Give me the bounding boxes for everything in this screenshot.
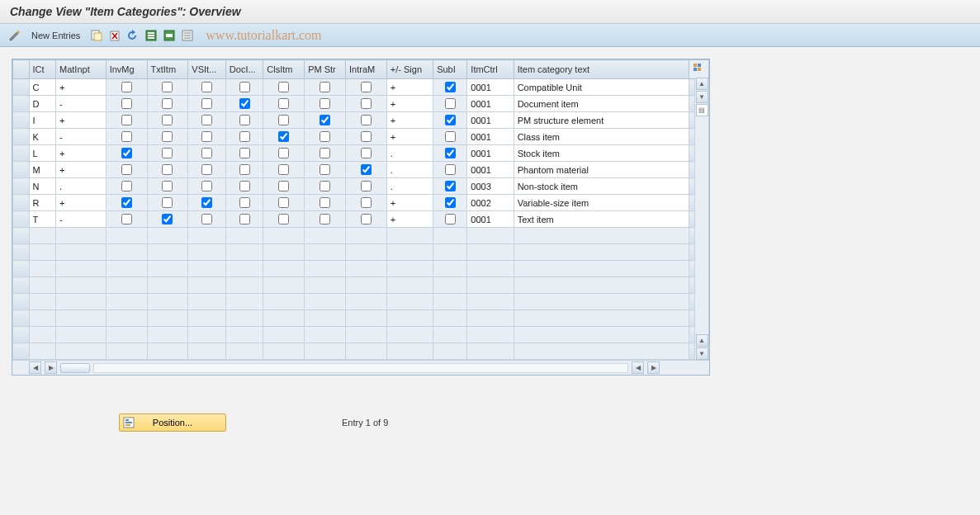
cell-itmctrl[interactable]: 0003 bbox=[467, 178, 514, 195]
checkbox-doci[interactable] bbox=[239, 82, 250, 92]
checkbox-pmstr[interactable] bbox=[320, 148, 330, 158]
col-header-vsit[interactable]: VSIt... bbox=[188, 60, 226, 79]
cell-txtitm[interactable] bbox=[147, 112, 188, 129]
checkbox-doci[interactable] bbox=[239, 197, 250, 208]
cell-intram[interactable] bbox=[345, 79, 386, 96]
checkbox-txtitm[interactable] bbox=[162, 214, 173, 224]
cell-subi[interactable] bbox=[433, 162, 467, 178]
cell-doci[interactable] bbox=[225, 145, 263, 162]
scroll-right-icon[interactable]: ▶ bbox=[45, 361, 57, 374]
checkbox-invmg[interactable] bbox=[121, 115, 132, 125]
cell-sign[interactable]: + bbox=[386, 129, 433, 145]
cell-itmctrl[interactable]: 0001 bbox=[467, 79, 514, 96]
cell-matinpt[interactable]: + bbox=[56, 195, 107, 211]
cell-sign[interactable]: . bbox=[386, 178, 433, 195]
cell-text[interactable]: PM structure element bbox=[514, 112, 689, 129]
cell-subi[interactable] bbox=[433, 145, 467, 162]
checkbox-txtitm[interactable] bbox=[162, 197, 173, 208]
table-settings-icon[interactable] bbox=[693, 63, 704, 74]
cell-txtitm[interactable] bbox=[147, 96, 188, 112]
select-all-rows-header[interactable] bbox=[13, 60, 30, 79]
cell-vsit[interactable] bbox=[188, 145, 226, 162]
cell-vsit[interactable] bbox=[188, 79, 226, 96]
copy-as-icon[interactable] bbox=[90, 29, 103, 42]
cell-txtitm[interactable] bbox=[147, 79, 188, 96]
cell-txtitm[interactable] bbox=[147, 178, 188, 195]
cell-pmstr[interactable] bbox=[305, 211, 346, 228]
select-block-icon[interactable] bbox=[163, 29, 176, 42]
cell-sign[interactable]: + bbox=[386, 211, 433, 228]
cell-doci[interactable] bbox=[225, 211, 263, 228]
checkbox-clsitm[interactable] bbox=[278, 115, 289, 125]
cell-subi[interactable] bbox=[433, 195, 467, 211]
checkbox-intram[interactable] bbox=[361, 148, 372, 158]
cell-sign[interactable]: + bbox=[386, 96, 433, 112]
cell-matinpt[interactable]: - bbox=[56, 96, 107, 112]
checkbox-doci[interactable] bbox=[239, 148, 250, 158]
checkbox-vsit[interactable] bbox=[201, 98, 212, 109]
cell-clsitm[interactable] bbox=[263, 145, 305, 162]
checkbox-vsit[interactable] bbox=[201, 164, 212, 175]
cell-clsitm[interactable] bbox=[263, 195, 305, 211]
col-header-doci[interactable]: DocI... bbox=[225, 60, 263, 79]
cell-clsitm[interactable] bbox=[263, 178, 305, 195]
checkbox-invmg[interactable] bbox=[121, 164, 132, 175]
cell-doci[interactable] bbox=[225, 96, 263, 112]
checkbox-vsit[interactable] bbox=[201, 214, 212, 224]
row-selector[interactable] bbox=[13, 79, 30, 96]
table-row[interactable]: N . . 0003 Non-stock item bbox=[13, 178, 709, 195]
row-selector[interactable] bbox=[13, 294, 30, 310]
hscroll-track[interactable] bbox=[93, 363, 628, 373]
cell-clsitm[interactable] bbox=[263, 162, 305, 178]
col-header-matinpt[interactable]: MatInpt bbox=[56, 60, 107, 79]
cell-intram[interactable] bbox=[345, 178, 386, 195]
cell-subi[interactable] bbox=[433, 178, 467, 195]
scroll-down-end-icon[interactable]: ▼ bbox=[696, 347, 708, 360]
checkbox-vsit[interactable] bbox=[201, 181, 212, 191]
checkbox-invmg[interactable] bbox=[121, 181, 132, 191]
cell-ict[interactable]: R bbox=[29, 195, 56, 211]
horizontal-scrollbar[interactable]: ◀ ▶ ◀ ▶ bbox=[12, 360, 709, 375]
checkbox-vsit[interactable] bbox=[201, 115, 212, 125]
checkbox-pmstr[interactable] bbox=[320, 82, 330, 92]
cell-txtitm[interactable] bbox=[147, 129, 188, 145]
row-selector[interactable] bbox=[13, 178, 30, 195]
cell-doci[interactable] bbox=[225, 79, 263, 96]
checkbox-invmg[interactable] bbox=[121, 197, 132, 208]
cell-text[interactable]: Document item bbox=[514, 96, 689, 112]
cell-invmg[interactable] bbox=[106, 162, 147, 178]
checkbox-doci[interactable] bbox=[239, 214, 250, 224]
col-header-subi[interactable]: SubI bbox=[433, 60, 467, 79]
scroll-left-icon[interactable]: ◀ bbox=[29, 361, 41, 374]
cell-itmctrl[interactable]: 0001 bbox=[467, 112, 514, 129]
col-header-itmctrl[interactable]: ItmCtrl bbox=[467, 60, 514, 79]
checkbox-subi[interactable] bbox=[445, 164, 456, 175]
col-header-intram[interactable]: IntraM bbox=[345, 60, 386, 79]
checkbox-clsitm[interactable] bbox=[278, 98, 289, 109]
cell-vsit[interactable] bbox=[188, 178, 226, 195]
cell-sign[interactable]: + bbox=[386, 195, 433, 211]
cell-intram[interactable] bbox=[345, 162, 386, 178]
cell-ict[interactable]: N bbox=[29, 178, 56, 195]
undo-icon[interactable] bbox=[126, 29, 140, 42]
cell-txtitm[interactable] bbox=[147, 162, 188, 178]
cell-clsitm[interactable] bbox=[263, 211, 305, 228]
checkbox-clsitm[interactable] bbox=[278, 164, 289, 175]
scroll-down-icon[interactable]: ▼ bbox=[696, 91, 708, 103]
col-header-clsitm[interactable]: ClsItm bbox=[263, 60, 305, 79]
cell-text[interactable]: Phantom material bbox=[514, 162, 689, 178]
cell-vsit[interactable] bbox=[188, 211, 226, 228]
cell-invmg[interactable] bbox=[106, 211, 147, 228]
col-header-text[interactable]: Item category text bbox=[514, 60, 689, 79]
cell-vsit[interactable] bbox=[188, 162, 226, 178]
checkbox-intram[interactable] bbox=[361, 131, 372, 142]
cell-vsit[interactable] bbox=[188, 195, 226, 211]
hscroll-thumb[interactable] bbox=[60, 363, 90, 373]
checkbox-txtitm[interactable] bbox=[162, 115, 173, 125]
checkbox-txtitm[interactable] bbox=[162, 181, 173, 191]
checkbox-clsitm[interactable] bbox=[278, 181, 289, 191]
checkbox-pmstr[interactable] bbox=[320, 164, 330, 175]
cell-itmctrl[interactable]: 0001 bbox=[467, 96, 514, 112]
checkbox-doci[interactable] bbox=[239, 131, 250, 142]
checkbox-invmg[interactable] bbox=[121, 148, 132, 158]
